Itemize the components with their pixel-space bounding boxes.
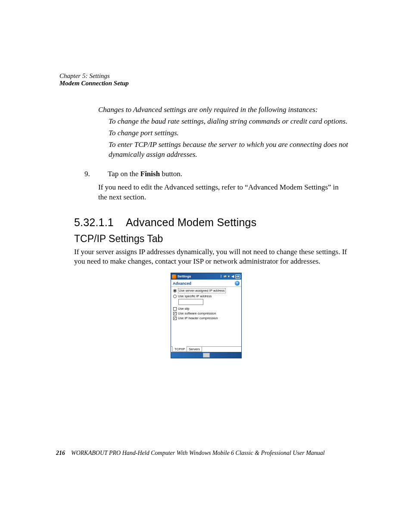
page-footer: 216WORKABOUT PRO Hand-Held Computer With… <box>56 450 368 457</box>
checkbox-ip-header-compression[interactable]: ✓ <box>173 317 177 320</box>
subheading-tcpip: TCP/IP Settings Tab <box>74 233 353 245</box>
heading-number: 5.32.1.1 <box>74 216 114 228</box>
tab-servers[interactable]: Servers <box>187 346 202 352</box>
volume-icon: ◀ <box>231 274 235 278</box>
radio-specific-ip-label: Use specific IP address <box>178 294 212 298</box>
radio-server-ip-label: Use server-assigned IP address <box>178 288 226 293</box>
radio-row-server-ip[interactable]: Use server-assigned IP address <box>173 288 239 293</box>
paragraph-tcpip: If your server assigns IP addresses dyna… <box>74 247 349 267</box>
wm-panel-title: Advanced <box>173 281 235 286</box>
wm-sip-bar[interactable] <box>171 352 241 358</box>
wm-body: Use server-assigned IP address Use speci… <box>171 287 241 346</box>
running-header-section: Modem Connection Setup <box>59 80 353 87</box>
checkbox-ip-header-compression-label: Use IP header compression <box>178 316 218 320</box>
start-icon[interactable] <box>172 274 176 279</box>
step-9-bold: Finish <box>140 170 160 178</box>
wm-title: Settings <box>177 274 191 278</box>
step-9-post: button. <box>160 170 182 178</box>
checkbox-slip[interactable] <box>173 307 177 311</box>
radio-row-specific-ip[interactable]: Use specific IP address <box>173 294 239 298</box>
note-item-2: To change port settings. <box>109 128 351 138</box>
check-row-sw[interactable]: ✓ Use software compression <box>173 311 239 315</box>
wm-panel-header: Advanced ? <box>171 280 241 287</box>
checkbox-slip-label: Use slip <box>178 307 190 311</box>
page-number: 216 <box>56 450 65 456</box>
radio-server-ip[interactable] <box>173 289 177 292</box>
heading-5-32-1-1: 5.32.1.1Advanced Modem Settings <box>74 216 353 229</box>
note-item-1: To change the baud rate settings, dialin… <box>109 117 351 127</box>
tab-tcpip[interactable]: TCP/IP <box>172 346 187 352</box>
wm-tab-bar: TCP/IP Servers <box>171 346 241 352</box>
connectivity-icon: ⇄ <box>223 274 227 278</box>
wm-screen: Settings ᛒ ⇄ ▾ ◀ ok Advanced ? Use serve… <box>171 273 242 358</box>
step-9-number: 9. <box>84 169 108 179</box>
checkbox-sw-compression-label: Use software compression <box>178 311 216 315</box>
ip-address-input[interactable] <box>178 299 203 305</box>
checkbox-sw-compression[interactable]: ✓ <box>173 312 177 315</box>
step-9-pre: Tap on the <box>108 170 140 178</box>
running-header-chapter: Chapter 5: Settings <box>59 72 353 80</box>
footer-title: WORKABOUT PRO Hand-Held Computer With Wi… <box>71 450 325 456</box>
check-row-iphdr[interactable]: ✓ Use IP header compression <box>173 316 239 320</box>
check-row-slip[interactable]: Use slip <box>173 307 239 311</box>
wm-titlebar: Settings ᛒ ⇄ ▾ ◀ ok <box>171 273 241 280</box>
keyboard-icon[interactable] <box>203 353 210 358</box>
ok-button[interactable]: ok <box>235 274 240 279</box>
signal-icon: ▾ <box>227 274 231 278</box>
embedded-screenshot: Settings ᛒ ⇄ ▾ ◀ ok Advanced ? Use serve… <box>59 273 353 358</box>
step-9-follow: If you need to edit the Advanced setting… <box>98 183 349 202</box>
help-icon[interactable]: ? <box>235 281 240 286</box>
note-item-3: To enter TCP/IP settings because the ser… <box>109 140 351 160</box>
bluetooth-icon: ᛒ <box>219 274 223 278</box>
heading-title: Advanced Modem Settings <box>126 216 256 228</box>
note-intro: Changes to Advanced settings are only re… <box>98 105 353 115</box>
step-9: 9. Tap on the Finish button. <box>59 169 353 179</box>
radio-specific-ip[interactable] <box>173 295 177 298</box>
step-9-text: Tap on the Finish button. <box>108 169 349 179</box>
